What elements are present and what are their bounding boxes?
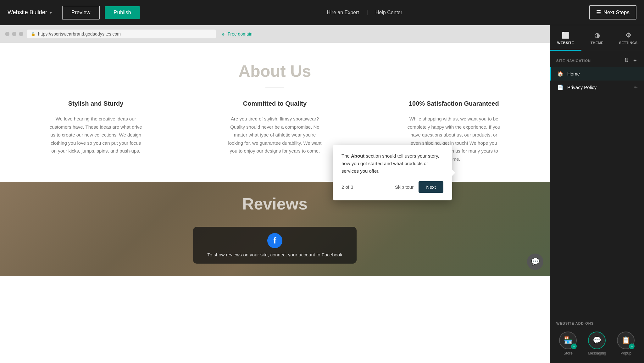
topbar: Website Builder ▾ Preview Publish Hire a…: [0, 0, 644, 25]
url-text: https://sportswearbrand.godaddysites.com: [38, 31, 121, 36]
reviews-connect-text: To show reviews on your site, connect yo…: [206, 252, 344, 257]
preview-area: 🔒 https://sportswearbrand.godaddysites.c…: [0, 25, 550, 363]
tooltip-bold-text: About: [351, 153, 364, 159]
page-icon: 📄: [557, 84, 564, 90]
tooltip-progress: 2 of 3: [341, 184, 353, 190]
dot-yellow: [12, 32, 16, 36]
reviews-facebook-card[interactable]: f To show reviews on your site, connect …: [193, 227, 357, 264]
brand[interactable]: Website Builder ▾: [8, 9, 52, 16]
tooltip-text: The About section should tell users your…: [341, 152, 443, 175]
theme-tab-label: THEME: [591, 41, 603, 45]
free-domain-label: Free domain: [228, 31, 253, 36]
home-icon: 🏠: [557, 71, 564, 77]
tab-settings[interactable]: ⚙ SETTINGS: [613, 25, 644, 51]
site-content: About Us Stylish and Sturdy We love hear…: [0, 43, 550, 363]
sidebar: ⬜ WEBSITE ◑ THEME ⚙ SETTINGS SITE NAVIGA…: [550, 25, 644, 363]
tooltip-actions: Skip tour Next: [395, 181, 443, 193]
addon-popup[interactable]: 📋 + Popup: [617, 332, 635, 355]
nav-item-home[interactable]: 🏠 Home: [550, 67, 644, 81]
sidebar-section-actions: ⇅ ＋: [624, 57, 638, 64]
content-wrapper: 🔒 https://sportswearbrand.godaddysites.c…: [0, 25, 550, 363]
store-label: Store: [564, 351, 573, 355]
about-col-2: Committed to Quality Are you tired of st…: [228, 100, 322, 163]
topbar-center: Hire an Expert | Help Center: [145, 10, 584, 15]
website-addons-section: WEBSITE ADD-ONS: [550, 316, 644, 329]
address-bar[interactable]: 🔒 https://sportswearbrand.godaddysites.c…: [27, 30, 216, 38]
next-tour-button[interactable]: Next: [419, 181, 443, 193]
addon-messaging[interactable]: 💬 Messaging: [588, 332, 606, 355]
free-domain-badge[interactable]: 🏷 Free domain: [222, 31, 253, 36]
sidebar-spacer: [550, 94, 644, 316]
store-plus-icon: +: [571, 343, 577, 349]
about-col-2-text: Are you tired of stylish, flimsy sportsw…: [228, 115, 322, 155]
about-col-3-title: 100% Satisfaction Guaranteed: [407, 100, 501, 107]
lock-icon: 🔒: [31, 32, 36, 36]
next-steps-icon: ☰: [596, 9, 601, 16]
browser-chrome: 🔒 https://sportswearbrand.godaddysites.c…: [0, 25, 550, 43]
about-col-2-title: Committed to Quality: [228, 100, 322, 107]
website-tab-icon: ⬜: [562, 31, 570, 39]
next-steps-label: Next Steps: [603, 9, 630, 16]
popup-icon: 📋: [622, 336, 630, 344]
preview-button[interactable]: Preview: [62, 6, 100, 20]
popup-label: Popup: [620, 351, 631, 355]
help-center-link[interactable]: Help Center: [375, 10, 402, 15]
popup-icon-wrap: 📋 +: [617, 332, 635, 349]
skip-tour-button[interactable]: Skip tour: [395, 184, 414, 190]
sidebar-tabs: ⬜ WEBSITE ◑ THEME ⚙ SETTINGS: [550, 25, 644, 51]
about-divider: [265, 87, 284, 87]
settings-tab-label: SETTINGS: [619, 41, 638, 45]
about-section: About Us Stylish and Sturdy We love hear…: [0, 43, 550, 182]
messaging-icon-wrap: 💬: [588, 332, 606, 349]
add-page-icon[interactable]: ＋: [632, 57, 638, 64]
browser-dots: [5, 32, 23, 36]
about-col-1-text: We love hearing the creative ideas our c…: [49, 115, 143, 155]
free-domain-icon: 🏷: [222, 31, 226, 36]
messaging-label: Messaging: [588, 351, 606, 355]
nav-privacy-label: Privacy Policy: [567, 85, 597, 90]
reviews-section: Reviews f To show reviews on your site, …: [0, 182, 550, 276]
site-navigation-label: SITE NAVIGATION: [556, 59, 591, 63]
tooltip-footer: 2 of 3 Skip tour Next: [341, 181, 443, 193]
popup-plus-icon: +: [629, 343, 635, 349]
tooltip-popup: The About section should tell users your…: [333, 145, 452, 200]
tooltip-text-before: The: [341, 153, 351, 159]
next-steps-button[interactable]: ☰ Next Steps: [589, 5, 636, 20]
website-tab-label: WEBSITE: [557, 41, 574, 45]
reviews-title: Reviews: [242, 194, 308, 213]
store-icon: 🏪: [564, 336, 572, 344]
chevron-down-icon: ▾: [50, 10, 52, 15]
chat-bubble-button[interactable]: 💬: [527, 254, 543, 270]
theme-tab-icon: ◑: [594, 31, 600, 39]
site-navigation-section: SITE NAVIGATION ⇅ ＋: [550, 51, 644, 67]
hire-expert-link[interactable]: Hire an Expert: [327, 10, 359, 15]
main-area: 🔒 https://sportswearbrand.godaddysites.c…: [0, 25, 644, 363]
about-columns: Stylish and Sturdy We love hearing the c…: [13, 100, 537, 163]
dot-red: [5, 32, 9, 36]
reorder-icon[interactable]: ⇅: [624, 57, 629, 64]
messaging-icon: 💬: [593, 336, 601, 344]
nav-home-label: Home: [567, 71, 580, 76]
facebook-icon: f: [267, 233, 282, 248]
about-col-1-title: Stylish and Sturdy: [49, 100, 143, 107]
edit-icon[interactable]: ✏: [634, 85, 638, 90]
tab-website[interactable]: ⬜ WEBSITE: [550, 25, 581, 51]
website-addons-label: WEBSITE ADD-ONS: [556, 321, 594, 325]
dot-green: [19, 32, 23, 36]
about-title: About Us: [13, 62, 537, 81]
store-icon-wrap: 🏪 +: [559, 332, 577, 349]
publish-button[interactable]: Publish: [105, 6, 140, 19]
tab-theme[interactable]: ◑ THEME: [581, 25, 613, 51]
topbar-divider: |: [367, 10, 368, 15]
addon-store[interactable]: 🏪 + Store: [559, 332, 577, 355]
nav-item-privacy-policy[interactable]: 📄 Privacy Policy ✏: [550, 81, 644, 94]
about-col-1: Stylish and Sturdy We love hearing the c…: [49, 100, 143, 163]
addons-row: 🏪 + Store 💬 Messaging 📋 + Popup: [550, 329, 644, 363]
settings-tab-icon: ⚙: [625, 31, 631, 39]
brand-label: Website Builder: [8, 9, 47, 16]
